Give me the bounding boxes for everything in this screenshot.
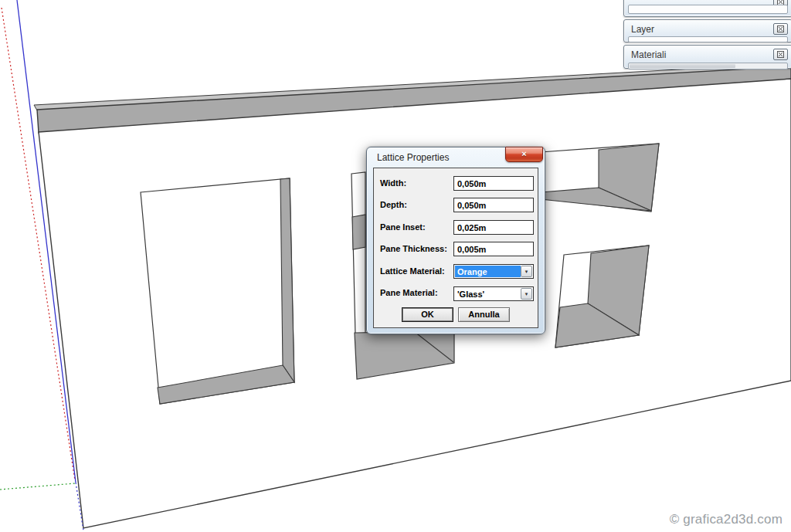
dialog-title: Lattice Properties <box>377 152 449 163</box>
panel-content-bar <box>628 36 788 42</box>
window-opening-upper-right <box>541 144 659 212</box>
window-mid-band <box>352 215 365 249</box>
panel-title[interactable]: Layer <box>624 20 791 35</box>
pane-thickness-label: Pane Thickness: <box>380 244 447 253</box>
pane-material-select[interactable]: 'Glass' ▼ <box>453 286 534 301</box>
chevron-down-icon: ▼ <box>525 292 529 296</box>
ok-button[interactable]: OK <box>402 307 453 322</box>
pane-inset-label: Pane Inset: <box>380 222 426 232</box>
depth-label: Depth: <box>380 200 407 209</box>
collapse-panel-icon <box>777 51 784 58</box>
window-opening-left <box>141 178 294 404</box>
lattice-material-label: Lattice Material: <box>380 266 445 276</box>
dialog-client-area: Width: Depth: Pane Inset: Pane Thickness… <box>373 168 538 328</box>
panel-scrollbar[interactable] <box>628 63 788 69</box>
pane-material-value: 'Glass' <box>455 288 521 300</box>
dialog-tray: Layer Materiali <box>623 0 791 71</box>
collapse-panel-icon <box>777 25 784 32</box>
pane-inset-input[interactable] <box>453 220 534 235</box>
tray-panel-top <box>623 0 791 17</box>
width-label: Width: <box>380 178 406 188</box>
panel-title[interactable]: Materiali <box>624 46 791 60</box>
watermark: © grafica2d3d.com <box>670 512 783 527</box>
depth-input[interactable] <box>453 198 534 212</box>
pane-thickness-input[interactable] <box>453 242 534 256</box>
axis-green-dashed <box>0 483 75 490</box>
panel-close-button[interactable] <box>773 23 788 35</box>
dropdown-button[interactable]: ▼ <box>521 266 532 277</box>
tray-panel-materials: Materiali <box>623 45 791 69</box>
close-icon: × <box>521 149 526 158</box>
window-opening-lower-right <box>555 246 649 347</box>
panel-close-button[interactable] <box>773 49 788 60</box>
scrollbar-thumb[interactable] <box>630 64 735 68</box>
dropdown-button[interactable]: ▼ <box>521 288 532 300</box>
width-input[interactable] <box>453 176 534 191</box>
tray-panel-layer: Layer <box>623 19 791 42</box>
chevron-down-icon: ▼ <box>525 269 529 274</box>
lattice-material-select[interactable]: Orange ▼ <box>453 264 534 279</box>
lattice-material-value: Orange <box>455 266 521 277</box>
close-button[interactable]: × <box>505 147 543 162</box>
pane-material-label: Pane Material: <box>380 288 438 297</box>
lattice-properties-dialog: Lattice Properties × Width: Depth: Pane … <box>366 147 545 334</box>
panel-content-bar <box>628 5 788 14</box>
cancel-button[interactable]: Annulla <box>458 307 510 322</box>
